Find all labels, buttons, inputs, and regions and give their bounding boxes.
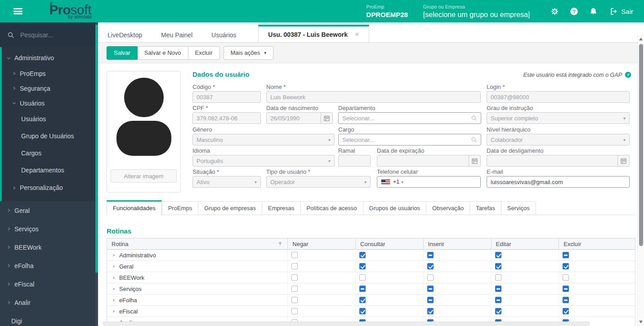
checkbox-geral-excluir[interactable] bbox=[563, 263, 569, 269]
detail-tab-empresas[interactable]: Empresas bbox=[262, 201, 301, 215]
routine-expand-servicos[interactable]: Serviços bbox=[107, 283, 288, 294]
column-header-excluir[interactable]: Excluir bbox=[559, 238, 635, 249]
sidebar-item-efiscal[interactable]: eFiscal bbox=[0, 275, 95, 293]
detail-tab-politicas-de-acesso[interactable]: Políticas de acesso bbox=[301, 201, 363, 215]
detail-tab-funcionalidades[interactable]: Funcionalidades bbox=[107, 200, 162, 215]
sidebar-item-geral[interactable]: Geral bbox=[0, 201, 95, 220]
checkbox-servicos-consultar[interactable] bbox=[359, 286, 366, 292]
checkbox-beework-excluir[interactable] bbox=[563, 274, 569, 281]
telefone-input[interactable]: +1▾ bbox=[377, 176, 481, 188]
field-value: Ativo bbox=[197, 179, 210, 185]
sidebar-item-analir[interactable]: Analir bbox=[0, 293, 95, 312]
checkbox-servicos-inserir[interactable] bbox=[427, 286, 434, 292]
checkbox-geral-negar[interactable] bbox=[291, 263, 298, 269]
checkbox-administrativo-editar[interactable] bbox=[495, 252, 501, 258]
checkbox-servicos-editar[interactable] bbox=[495, 286, 501, 292]
menu-icon[interactable] bbox=[13, 8, 22, 14]
routine-expand-beework[interactable]: BEEWork bbox=[107, 272, 288, 283]
column-header-rotina[interactable]: Rotina bbox=[107, 238, 288, 249]
checkbox-efiscal-inserir[interactable] bbox=[427, 308, 434, 314]
delete-button[interactable]: Excluir bbox=[188, 46, 220, 60]
more-actions-button[interactable]: Mais ações ▾ bbox=[224, 46, 274, 60]
detail-tab-grupo-de-empresas[interactable]: Grupo de empresas bbox=[198, 201, 262, 215]
sidebar-item-proemps[interactable]: ProEmps bbox=[2, 66, 95, 81]
checkbox-geral-consultar[interactable] bbox=[359, 263, 366, 269]
checkbox-administrativo-inserir[interactable] bbox=[427, 252, 434, 258]
detail-tab-tarefas[interactable]: Tarefas bbox=[470, 201, 501, 215]
cell-efiscal-negar bbox=[288, 306, 356, 317]
column-header-editar[interactable]: Editar bbox=[492, 238, 559, 249]
checkbox-efolha-inserir[interactable] bbox=[427, 297, 434, 303]
sidebar-item-usuarios[interactable]: Usuários bbox=[2, 110, 95, 128]
routine-expand-geral[interactable]: Geral bbox=[107, 261, 288, 272]
checkbox-administrativo-negar[interactable] bbox=[291, 252, 298, 258]
routine-expand-administrativo[interactable]: Administrativo bbox=[107, 250, 288, 260]
sidebar-item-seguranca[interactable]: Segurança bbox=[2, 81, 95, 96]
column-header-label: Inserir bbox=[428, 241, 444, 247]
field-label: Data de desligamento bbox=[487, 147, 630, 155]
sidebar-item-efolha[interactable]: eFolha bbox=[0, 256, 95, 275]
checkbox-servicos-excluir[interactable] bbox=[563, 286, 569, 292]
sidebar-item-digi[interactable]: Digi bbox=[0, 312, 95, 326]
routine-expand-efolha[interactable]: eFolha bbox=[107, 295, 288, 305]
column-header-negar[interactable]: Negar bbox=[288, 238, 356, 249]
checkbox-geral-editar[interactable] bbox=[495, 263, 501, 269]
departamento-input[interactable]: Selecionar... bbox=[338, 112, 481, 124]
checkbox-efolha-excluir[interactable] bbox=[563, 297, 569, 303]
gear-icon[interactable] bbox=[550, 7, 559, 16]
checkbox-efolha-editar[interactable] bbox=[495, 297, 501, 303]
checkbox-servicos-negar[interactable] bbox=[291, 286, 298, 292]
checkbox-efiscal-editar[interactable] bbox=[495, 308, 501, 314]
checkbox-efiscal-consultar[interactable] bbox=[359, 308, 366, 314]
proemp-selector[interactable]: ProEmp DPROEMP28 bbox=[366, 4, 408, 18]
sidebar-item-cargos[interactable]: Cargos bbox=[2, 145, 95, 162]
close-icon[interactable]: × bbox=[355, 30, 359, 39]
checkbox-beework-consultar[interactable] bbox=[359, 274, 366, 281]
change-image-button[interactable]: Alterar imagem bbox=[111, 169, 177, 183]
checkbox-beework-inserir[interactable] bbox=[427, 274, 434, 281]
sidebar-item-servicos[interactable]: Serviços bbox=[0, 220, 95, 238]
save-and-new-button[interactable]: Salvar e Novo bbox=[138, 46, 188, 60]
sidebar-item-administrativo[interactable]: Administrativo bbox=[2, 50, 95, 66]
tab-livedesktop[interactable]: LiveDesktop bbox=[98, 27, 152, 42]
checkbox-efiscal-excluir[interactable] bbox=[563, 308, 569, 314]
scroll-up-icon[interactable] bbox=[639, 38, 643, 40]
sidebar-item-personalizacao[interactable]: Personalização bbox=[2, 179, 95, 197]
search-input[interactable] bbox=[19, 31, 82, 39]
sidebar-item-grupo-de-usuarios[interactable]: Grupo de Usuários bbox=[2, 128, 95, 145]
vertical-scrollbar[interactable] bbox=[637, 34, 644, 326]
checkbox-efolha-consultar[interactable] bbox=[359, 297, 366, 303]
routine-expand-efiscal[interactable]: eFiscal bbox=[107, 306, 288, 317]
save-button[interactable]: Salvar bbox=[107, 46, 138, 60]
logout-button[interactable]: Sair bbox=[609, 7, 633, 16]
checkbox-beework-editar[interactable] bbox=[495, 274, 501, 281]
detail-tab-grupos-de-usuarios[interactable]: Grupos de usuários bbox=[363, 201, 426, 215]
checkbox-administrativo-consultar[interactable] bbox=[359, 252, 366, 258]
detail-tab-proemps[interactable]: ProEmps bbox=[162, 201, 198, 215]
email-input[interactable]: luissoaresvivas@gmail.com bbox=[487, 176, 630, 188]
tab-usu-00387-luis-beework[interactable]: Usu. 00387 - Luis Beework× bbox=[258, 25, 369, 42]
column-header-inserir[interactable]: Inserir bbox=[424, 238, 492, 249]
checkbox-administrativo-excluir[interactable] bbox=[563, 252, 569, 258]
detail-tab-servicos[interactable]: Serviços bbox=[501, 201, 536, 215]
help-icon[interactable]: ? bbox=[570, 7, 578, 16]
sidebar-item-departamentos[interactable]: Departamentos bbox=[2, 162, 95, 179]
column-header-consultar[interactable]: Consultar bbox=[356, 238, 424, 249]
gap-help-icon[interactable]: ? bbox=[625, 71, 631, 78]
calendar-button bbox=[321, 113, 332, 123]
checkbox-efiscal-negar[interactable] bbox=[291, 308, 298, 314]
tab-usuarios[interactable]: Usuários bbox=[202, 27, 246, 42]
cargo-input[interactable]: Selecionar... bbox=[338, 134, 481, 145]
vertical-scrollbar-thumb[interactable] bbox=[639, 44, 643, 246]
detail-tab-observacao[interactable]: Observação bbox=[426, 201, 470, 215]
horizontal-scrollbar-thumb[interactable] bbox=[103, 322, 590, 326]
sidebar-item-beework[interactable]: BEEWork bbox=[0, 238, 95, 256]
checkbox-efolha-negar[interactable] bbox=[291, 297, 298, 303]
tab-meu-painel[interactable]: Meu Painel bbox=[152, 27, 202, 42]
bell-icon[interactable] bbox=[589, 7, 598, 16]
checkbox-geral-inserir[interactable] bbox=[427, 263, 434, 269]
company-selector[interactable]: Grupo ou Empresa [selecione um grupo ou … bbox=[423, 4, 530, 19]
scroll-down-icon[interactable] bbox=[639, 321, 643, 323]
sidebar-item-usuarios[interactable]: Usuários bbox=[2, 96, 95, 110]
checkbox-beework-negar[interactable] bbox=[291, 274, 298, 281]
